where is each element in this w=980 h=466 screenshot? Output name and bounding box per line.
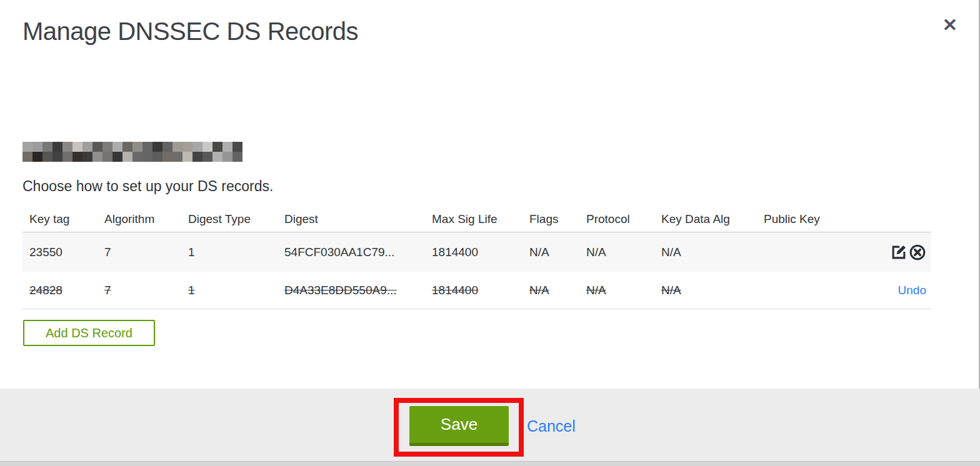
column-header-protocol: Protocol — [579, 212, 654, 226]
cell-key-data-alg: N/A — [654, 284, 757, 297]
close-icon[interactable]: ✕ — [938, 12, 962, 37]
red-highlight-annotation: Save — [394, 398, 524, 457]
cell-flags: N/A — [522, 284, 579, 297]
cell-max-sig-life: 1814400 — [425, 284, 522, 297]
cell-protocol: N/A — [579, 284, 654, 297]
cell-protocol: N/A — [579, 245, 654, 259]
column-header-flags: Flags — [522, 212, 579, 226]
cell-max-sig-life: 1814400 — [425, 245, 522, 259]
cell-key-tag: 24828 — [22, 284, 98, 297]
column-header-algorithm: Algorithm — [98, 212, 181, 226]
column-header-key-tag: Key tag — [22, 212, 98, 226]
row-actions — [844, 244, 931, 261]
table-row-marked-for-deletion: 24828 7 1 D4A33E8DD550A9... 1814400 N/A … — [22, 272, 931, 309]
cell-algorithm: 7 — [98, 245, 181, 259]
modal-footer: Save Cancel — [0, 389, 980, 461]
column-header-digest-type: Digest Type — [181, 212, 278, 226]
cancel-link[interactable]: Cancel — [527, 417, 576, 435]
add-ds-record-button[interactable]: Add DS Record — [23, 320, 155, 346]
redacted-domain-name — [22, 142, 242, 162]
table-row-active: 23550 7 1 54FCF030AA1C79... 1814400 N/A … — [22, 232, 931, 272]
cell-digest: D4A33E8DD550A9... — [278, 284, 425, 297]
cell-digest-type: 1 — [181, 284, 278, 297]
cell-digest: 54FCF030AA1C79... — [278, 245, 425, 259]
row-actions: Undo — [844, 284, 931, 297]
cell-flags: N/A — [522, 245, 579, 259]
delete-record-icon[interactable] — [909, 244, 926, 261]
window-bottom-edge — [0, 461, 980, 466]
dnssec-modal: Manage DNSSEC DS Records ✕ Choose how to… — [0, 0, 980, 466]
cell-digest-type: 1 — [181, 245, 278, 259]
cell-algorithm: 7 — [98, 284, 181, 297]
undo-link[interactable]: Undo — [898, 284, 926, 297]
cell-key-tag: 23550 — [22, 245, 98, 259]
column-header-digest: Digest — [278, 212, 425, 226]
column-header-key-data-alg: Key Data Alg — [654, 212, 757, 226]
page-title: Manage DNSSEC DS Records — [22, 17, 358, 46]
save-button[interactable]: Save — [409, 406, 509, 446]
edit-record-icon[interactable] — [890, 244, 908, 261]
ds-records-table: Key tag Algorithm Digest Type Digest Max… — [22, 206, 931, 309]
column-header-public-key: Public Key — [757, 212, 844, 226]
table-header-row: Key tag Algorithm Digest Type Digest Max… — [22, 206, 931, 232]
column-header-max-sig-life: Max Sig Life — [425, 212, 522, 226]
setup-instruction-text: Choose how to set up your DS records. — [22, 178, 273, 195]
cell-key-data-alg: N/A — [654, 245, 757, 259]
